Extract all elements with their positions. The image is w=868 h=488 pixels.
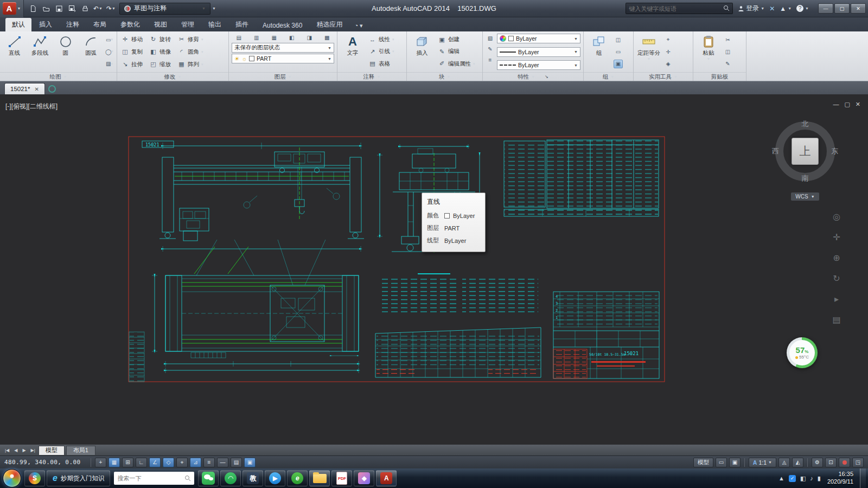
match-icon[interactable]: ✎ bbox=[723, 60, 732, 68]
viewcube-west-label[interactable]: 西 bbox=[772, 146, 779, 156]
otrack-toggle[interactable]: ⊿ bbox=[190, 458, 201, 467]
ducs-toggle[interactable]: ≡ bbox=[203, 458, 215, 467]
communication-center-button[interactable]: ▲▼ bbox=[780, 5, 792, 12]
panel-label-block[interactable]: 块▼ bbox=[407, 72, 482, 81]
drawing-area[interactable]: [-][俯视][二维线框] — ▢ ✕ 15021 bbox=[0, 94, 868, 445]
taskbar-search-input[interactable] bbox=[117, 475, 182, 481]
toolbar-lock-icon[interactable]: ⊡ bbox=[825, 458, 837, 467]
ime-icon[interactable]: ◧ bbox=[800, 475, 806, 482]
quick-view-drawings-icon[interactable]: ▣ bbox=[729, 458, 741, 467]
tab-annotate[interactable]: 注释 bbox=[60, 18, 86, 31]
annotation-scale-button[interactable]: A 1:1 ▼ bbox=[749, 458, 776, 467]
pan-icon[interactable]: ✛ bbox=[833, 232, 840, 242]
tab-autodesk360[interactable]: Autodesk 360 bbox=[256, 20, 309, 31]
tab-parametric[interactable]: 参数化 bbox=[114, 18, 146, 31]
polyline-button[interactable]: 多段线 bbox=[28, 33, 52, 70]
next-tab-arrow-icon[interactable]: ▶ bbox=[21, 448, 27, 453]
arc-button[interactable]: 圆弧 bbox=[79, 33, 103, 70]
app-menu-button[interactable]: A ▼ bbox=[0, 0, 24, 17]
linear-dimension-button[interactable]: ↔线性▾ bbox=[367, 35, 395, 44]
zoom-icon[interactable]: ⊕ bbox=[833, 253, 840, 263]
viewcube-east-label[interactable]: 东 bbox=[831, 146, 838, 156]
crane-drawing[interactable]: 15021 bbox=[0, 94, 868, 445]
table-button[interactable]: ▤表格 bbox=[367, 59, 395, 69]
quick-select-icon[interactable]: ✛ bbox=[663, 47, 673, 56]
doc-close-icon[interactable]: ✕ bbox=[856, 101, 860, 108]
text-button[interactable]: A 文字 bbox=[340, 33, 365, 70]
taskbar-explorer[interactable] bbox=[309, 470, 330, 486]
viewcube-south-label[interactable]: 南 bbox=[802, 174, 809, 183]
tab-manage[interactable]: 管理 bbox=[175, 18, 201, 31]
create-block-button[interactable]: ▣创建 bbox=[437, 35, 476, 44]
exchange-apps-button[interactable]: ✕ bbox=[769, 5, 775, 12]
color-dropdown[interactable]: ByLayer▼ bbox=[497, 34, 580, 43]
workspace-dropdown[interactable]: 草图与注释 ▼ bbox=[119, 3, 210, 15]
hardware-acceleration-icon[interactable] bbox=[839, 458, 850, 467]
group-edit-icon[interactable]: ▭ bbox=[614, 47, 623, 56]
search-icon[interactable] bbox=[184, 475, 191, 481]
line-button[interactable]: 直线 bbox=[3, 33, 26, 70]
measure-button[interactable]: 定距等分 ▼ bbox=[636, 33, 661, 70]
layer-off-icon[interactable]: ▥ bbox=[252, 33, 261, 42]
taskbar-jiao-app[interactable]: 教 bbox=[242, 470, 263, 486]
clean-screen-icon[interactable]: ◳ bbox=[852, 458, 864, 467]
taskbar-browser-e[interactable]: e bbox=[287, 470, 308, 486]
edit-block-button[interactable]: ✎编辑 bbox=[437, 47, 476, 56]
hatch-tool-icon[interactable]: ▨▾ bbox=[105, 60, 114, 68]
snap-toggle[interactable]: ▦ bbox=[108, 458, 120, 467]
full-navigation-wheel-icon[interactable]: ◎ bbox=[833, 211, 840, 222]
viewcube-north-label[interactable]: 北 bbox=[802, 119, 809, 129]
volume-icon[interactable]: ♪ bbox=[810, 475, 813, 481]
paste-button[interactable]: 粘贴 ▼ bbox=[696, 33, 721, 70]
file-tab-15021[interactable]: 15021* ✕ bbox=[4, 83, 45, 94]
taskbar-potplayer[interactable]: ▶ bbox=[265, 470, 285, 486]
move-button[interactable]: ✛移动 bbox=[120, 35, 144, 44]
taskbar-ie-window[interactable]: e 炒期货入门知识 bbox=[47, 470, 110, 486]
orbit-icon[interactable]: ↻ bbox=[833, 273, 840, 284]
showmotion-icon[interactable]: ▸ bbox=[834, 294, 839, 304]
layer-lock-icon[interactable]: ◨ bbox=[305, 33, 314, 42]
array-button[interactable]: ▦阵列▾ bbox=[176, 60, 205, 69]
save-as-button[interactable] bbox=[66, 3, 78, 14]
layout1-tab[interactable]: 布局1 bbox=[66, 446, 95, 455]
performance-ball[interactable]: 57% 55°C bbox=[787, 337, 818, 368]
wcs-menu[interactable]: WCS ▼ bbox=[791, 192, 819, 201]
panel-label-utilities[interactable]: 实用工具▼ bbox=[634, 72, 693, 81]
layer-isolate-icon[interactable]: ▦ bbox=[270, 33, 279, 42]
3dosnap-toggle[interactable]: ⌖ bbox=[176, 458, 188, 467]
network-icon[interactable]: ▮ bbox=[818, 475, 821, 482]
linetype-dropdown[interactable]: ByLayer▼ bbox=[497, 60, 580, 70]
layer-match-icon[interactable]: ▩ bbox=[322, 33, 331, 42]
infer-constraints-toggle[interactable]: + bbox=[95, 458, 106, 467]
taskbar-green-app[interactable]: ◠ bbox=[220, 470, 241, 486]
quick-view-layouts-icon[interactable]: ▭ bbox=[716, 458, 727, 467]
model-space-button[interactable]: 模型 bbox=[693, 458, 713, 467]
annotation-visibility-icon[interactable]: ◬ bbox=[778, 458, 790, 467]
close-tab-icon[interactable]: ✕ bbox=[34, 86, 39, 92]
lineweight-toggle[interactable]: ▤ bbox=[231, 458, 242, 467]
taskbar-image-viewer[interactable]: ◆ bbox=[354, 470, 374, 486]
ellipse-tool-icon[interactable]: ◯▾ bbox=[105, 47, 114, 56]
list-icon[interactable]: ≡ bbox=[486, 55, 495, 64]
ungroup-icon[interactable]: ◫ bbox=[614, 35, 623, 44]
tab-plugins[interactable]: 插件 bbox=[229, 18, 255, 31]
taskbar-browser-360[interactable]: S bbox=[24, 470, 45, 486]
navbar-menu-icon[interactable]: ▤ bbox=[832, 314, 840, 325]
first-tab-arrow-icon[interactable]: |◀ bbox=[3, 448, 11, 453]
quick-properties-toggle[interactable]: ▣ bbox=[244, 458, 256, 467]
infocenter-search[interactable] bbox=[626, 3, 733, 14]
tab-home[interactable]: 默认 bbox=[5, 18, 31, 31]
insert-block-button[interactable]: 插入 bbox=[410, 33, 435, 70]
edit-attributes-button[interactable]: ✐编辑属性▾ bbox=[437, 59, 476, 69]
osnap-toggle[interactable]: ◇ bbox=[163, 458, 174, 467]
doc-minimize-icon[interactable]: — bbox=[833, 101, 839, 108]
panel-label-properties[interactable]: 特性▼↘ bbox=[483, 72, 583, 81]
viewcube-top-face[interactable]: 上 bbox=[792, 138, 819, 165]
match-properties-icon[interactable]: ▧ bbox=[486, 34, 495, 42]
tab-layout[interactable]: 布局 bbox=[87, 18, 113, 31]
start-button[interactable] bbox=[3, 469, 21, 487]
redo-button[interactable]: ↷▼ bbox=[105, 3, 117, 14]
save-button[interactable] bbox=[53, 3, 65, 14]
panel-label-annotate[interactable]: 注释▼ bbox=[337, 72, 406, 81]
ortho-toggle[interactable]: ∟ bbox=[136, 458, 147, 467]
